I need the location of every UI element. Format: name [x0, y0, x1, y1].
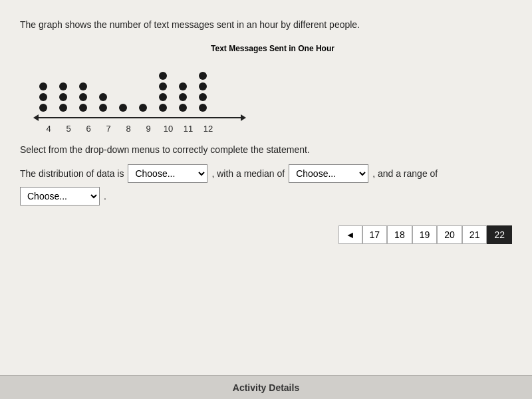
x-label-5: 5	[59, 124, 78, 134]
x-label-9: 9	[138, 124, 158, 134]
dot	[79, 93, 87, 101]
dot	[179, 82, 187, 90]
dot	[199, 72, 207, 80]
dot	[79, 82, 87, 90]
chart-title: Text Messages Sent in One Hour	[33, 44, 512, 53]
dot	[159, 93, 167, 101]
dot	[39, 104, 47, 112]
dot	[39, 93, 47, 101]
x-label-4: 4	[39, 124, 59, 134]
dot	[59, 104, 67, 112]
statement-prefix: The distribution of data is	[20, 168, 124, 179]
dot	[159, 104, 167, 112]
range-dropdown[interactable]: Choose...46810	[20, 187, 100, 205]
page-btn-20[interactable]: 20	[437, 225, 462, 244]
page-btn-19[interactable]: 19	[412, 225, 438, 244]
select-instruction: Select from the drop-down menus to corre…	[20, 144, 512, 155]
statement-middle: , with a median of	[211, 168, 285, 179]
pagination-prev[interactable]: ◄	[338, 225, 362, 244]
dot-column-7	[93, 92, 113, 113]
dot-column-5	[53, 81, 73, 113]
dot	[139, 104, 147, 112]
main-content: The graph shows the number of text messa…	[0, 0, 532, 375]
dot-column-9	[133, 102, 153, 113]
x-label-6: 6	[78, 124, 98, 134]
dot	[119, 104, 127, 112]
median-dropdown[interactable]: Choose...78910	[289, 164, 368, 183]
dot-plot: 456789101112	[33, 60, 246, 134]
footer-bar: Activity Details	[0, 375, 532, 399]
statement-suffix: , and a range of	[372, 168, 438, 179]
pagination: ◄ 171819202122	[20, 225, 512, 244]
dot-column-8	[113, 102, 133, 113]
x-label-10: 10	[158, 124, 178, 134]
dot	[99, 104, 107, 112]
dot	[99, 93, 107, 101]
page-btn-17[interactable]: 17	[362, 225, 388, 244]
statement-row: The distribution of data is Choose...sym…	[20, 164, 512, 205]
dot-column-6	[73, 81, 93, 113]
dot	[179, 104, 187, 112]
dot	[79, 104, 87, 112]
page-btn-18[interactable]: 18	[387, 225, 412, 244]
dot-column-12	[193, 70, 213, 113]
dot	[159, 82, 167, 90]
statement-end: .	[104, 191, 106, 201]
x-label-11: 11	[178, 124, 198, 134]
axis-line	[38, 117, 241, 118]
page-buttons: 171819202122	[362, 225, 512, 244]
dot-column-10	[153, 70, 173, 113]
dot	[179, 93, 187, 101]
dot	[199, 93, 207, 101]
dot	[59, 93, 67, 101]
page-btn-22[interactable]: 22	[487, 225, 512, 244]
dot	[159, 72, 167, 80]
arrow-right-icon	[241, 114, 246, 121]
distribution-dropdown[interactable]: Choose...symmetricskewed leftskewed righ…	[128, 164, 207, 183]
dot-column-4	[33, 81, 53, 113]
dot	[59, 82, 67, 90]
page-btn-21[interactable]: 21	[462, 225, 487, 244]
dot	[199, 104, 207, 112]
dot	[39, 82, 47, 90]
x-label-12: 12	[198, 124, 218, 134]
x-label-8: 8	[118, 124, 138, 134]
x-labels: 456789101112	[33, 124, 246, 134]
footer-title: Activity Details	[233, 382, 299, 393]
dot-column-11	[173, 81, 193, 113]
question-text: The graph shows the number of text messa…	[20, 19, 512, 32]
dots-area	[33, 60, 246, 113]
x-label-7: 7	[98, 124, 118, 134]
x-axis	[33, 114, 246, 121]
dot	[199, 82, 207, 90]
